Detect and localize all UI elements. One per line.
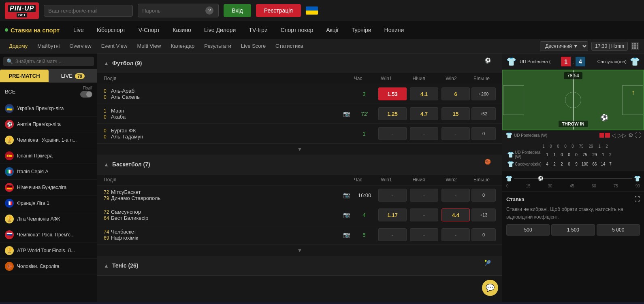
basketball-collapse-icon[interactable]: ▲ <box>104 162 109 168</box>
win2-btn-1[interactable]: 6 <box>441 87 470 100</box>
nav-tournaments[interactable]: Турніри <box>346 23 377 36</box>
subnav-live-score[interactable]: Live Score <box>237 41 270 51</box>
win1-btn-2[interactable]: 1.25 <box>378 107 407 120</box>
bet-expand-icon[interactable]: ⛶ <box>634 196 640 202</box>
sidebar-label-france-liga1: Франція Ліга 1 <box>17 200 92 206</box>
sidebar-tab-prematch[interactable]: PRE-MATCH <box>0 70 49 82</box>
sidebar-toggle-switch[interactable] <box>80 91 92 98</box>
bk-camera-1[interactable]: 📷 <box>340 192 352 198</box>
nav-live-dealers[interactable]: Live Дилери <box>198 23 241 36</box>
tennis-collapse-icon[interactable]: ▲ <box>104 263 109 269</box>
subnav-results[interactable]: Результати <box>200 41 235 51</box>
fullscreen-icon[interactable]: ⛶ <box>635 132 641 138</box>
sidebar-item-england-premier[interactable]: ⚽ Англія Прем'єр-ліга <box>0 117 97 132</box>
nav-esports[interactable]: Кіберспорт <box>91 23 131 36</box>
bk-draw-dash-1[interactable]: - <box>410 189 438 202</box>
bk-camera-2[interactable]: 📷 <box>340 212 352 218</box>
bk-win2-btn-2[interactable]: 4.4 <box>441 208 470 221</box>
sidebar-item-france-liga1[interactable]: 🇫🇷 Франція Ліга 1 <box>0 196 97 211</box>
header-time: Час <box>346 76 370 81</box>
bk-camera-3[interactable]: 📷 <box>340 232 352 238</box>
sidebar-item-afc-champions[interactable]: 🏆 Ліга Чемпіонів АФК <box>0 211 97 227</box>
subnav-future[interactable]: Майбутні <box>33 41 64 51</box>
stats-team-col <box>507 144 540 149</box>
nav-news[interactable]: Новини <box>379 23 410 36</box>
bk-more-btn-3[interactable]: 0 <box>471 228 496 241</box>
register-button[interactable]: Реєстрація <box>256 4 301 17</box>
bk-win2-dash-1[interactable]: - <box>441 189 470 202</box>
nav-promos[interactable]: Акції <box>320 23 344 36</box>
win2-btn-2[interactable]: 15 <box>441 107 470 120</box>
sidebar-item-russia-premier[interactable]: 🇷🇺 Чемпіонат Росії. Прем'є... <box>0 227 97 243</box>
bk-draw-dash-3[interactable]: - <box>410 228 438 241</box>
nav-tv-games[interactable]: TV-Ігри <box>243 23 273 36</box>
subnav-calendar[interactable]: Календар <box>166 41 198 51</box>
nav-live[interactable]: Live <box>68 23 90 36</box>
fast-forward-icon[interactable]: ▷▷ <box>618 132 627 138</box>
expand-icon[interactable]: ◁ <box>612 132 616 138</box>
event-teams-1: 0 Аль-Арабі 0 Аль Сахель <box>104 88 340 100</box>
bet-amount-1500[interactable]: 1 500 <box>551 224 595 236</box>
more-btn-2[interactable]: +52 <box>471 107 496 120</box>
main-layout: 🔍 PRE-MATCH LIVE 79 ВСЕ Події 🇺🇦 Україна… <box>0 53 644 302</box>
settings-icon[interactable]: ⚙ <box>628 132 633 138</box>
draw-btn-1[interactable]: 4.1 <box>410 87 438 100</box>
sidebar-all-toggle[interactable]: ВСЕ Події <box>0 83 97 101</box>
search-icon: 🔍 <box>6 58 13 64</box>
bet-amount-5000[interactable]: 5 000 <box>597 224 640 236</box>
nav-vsport[interactable]: V-Спорт <box>133 23 166 36</box>
sidebar-item-italy-seria[interactable]: 🇮🇹 Італія Серія А <box>0 164 97 180</box>
grid-view-icon[interactable] <box>631 42 639 50</box>
help-button[interactable]: ? <box>205 6 213 15</box>
subnav-stats[interactable]: Статистика <box>271 41 307 51</box>
bet-amount-500[interactable]: 500 <box>506 224 550 236</box>
away-team-info: Сассуоло(жін) <box>589 59 627 64</box>
basketball-expand[interactable]: ▼ <box>97 245 502 256</box>
bk-win1-dash-1[interactable]: - <box>378 189 407 202</box>
sidebar-item-ukraine-premier[interactable]: 🇺🇦 Україна Прем'єр-ліга <box>0 101 97 117</box>
logo[interactable]: PIN-UP BET <box>5 2 39 19</box>
camera-2[interactable]: 📷 <box>340 111 352 117</box>
decimal-select[interactable]: Десятичний ▼ <box>540 41 588 51</box>
football-expand[interactable]: ▼ <box>97 144 502 155</box>
bk-win1-dash-3[interactable]: - <box>378 228 407 241</box>
more-btn-3[interactable]: 0 <box>471 127 496 140</box>
home-score-display: 1 <box>561 57 571 66</box>
sidebar-item-atp-finals[interactable]: 🏆 ATP World Tour Finals. Л... <box>0 243 97 259</box>
bk-more-btn-2[interactable]: +13 <box>471 208 496 221</box>
sidebar-item-euroleague[interactable]: 🏀 Чоловіки. Євроліга <box>0 259 97 274</box>
football-collapse-icon[interactable]: ▲ <box>104 60 109 66</box>
ball-timeline: ⚽ <box>537 176 544 181</box>
draw-dash-3[interactable]: - <box>410 127 438 140</box>
draw-btn-2[interactable]: 4.7 <box>410 107 438 120</box>
win1-dash-3[interactable]: - <box>378 127 407 140</box>
sidebar-item-spain-primera[interactable]: 🇪🇸 Іспанія Прімера <box>0 148 97 164</box>
more-btn-1[interactable]: +260 <box>471 87 496 100</box>
nav-casino[interactable]: Казино <box>167 23 197 36</box>
bk-more-btn-1[interactable]: 0 <box>471 189 496 202</box>
bk-win1-btn-2[interactable]: 1.17 <box>378 208 407 221</box>
sidebar-tab-live[interactable]: LIVE 79 <box>49 70 97 82</box>
subnav-home[interactable]: Додому <box>5 41 32 51</box>
sidebar-search-input[interactable] <box>15 59 76 64</box>
bet-section: Ставка ⛶ Ставки не вибрані. Щоб обрати с… <box>502 191 644 240</box>
tennis-header[interactable]: ▲ Теніс (26) 🎾 <box>97 256 502 276</box>
password-input[interactable] <box>142 8 203 14</box>
subnav-multi-view[interactable]: Multi View <box>133 41 165 51</box>
login-button[interactable]: Вхід <box>224 4 251 17</box>
sidebar-item-ukraine-first[interactable]: 🏆 Чемпіонат України. 1-а л... <box>0 132 97 148</box>
phone-email-input[interactable] <box>44 5 133 17</box>
sidebar-item-germany-bundesliga[interactable]: 🇩🇪 Німеччина Бундесліга <box>0 180 97 196</box>
sports-label: Ставки на спорт <box>5 27 60 34</box>
football-header[interactable]: ▲ Футбол (9) ⚽ <box>97 53 502 73</box>
bk-win2-dash-3[interactable]: - <box>441 228 470 241</box>
language-flag[interactable] <box>306 6 318 15</box>
subnav-event-view[interactable]: Event View <box>97 41 132 51</box>
time-display[interactable]: 17:30 | H:mm <box>591 42 628 51</box>
basketball-header[interactable]: ▲ Баскетбол (7) 🏀 <box>97 155 502 174</box>
win2-dash-3[interactable]: - <box>441 127 470 140</box>
win1-btn-1[interactable]: 1.53 <box>378 87 407 100</box>
subnav-overview[interactable]: Overview <box>65 41 95 51</box>
bk-draw-dash-2[interactable]: - <box>410 208 438 221</box>
nav-sport-poker[interactable]: Спорт покер <box>275 23 319 36</box>
